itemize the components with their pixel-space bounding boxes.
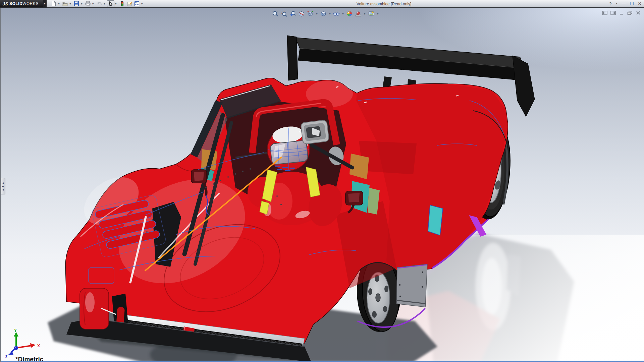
save-caret[interactable]: ▼ [80, 3, 84, 5]
print-caret[interactable]: ▼ [92, 3, 96, 5]
side-window-vent[interactable] [428, 205, 443, 235]
doc-minimize-button[interactable] [619, 10, 625, 15]
triad-x-label: X [37, 344, 40, 348]
doc-close-button[interactable] [635, 10, 641, 15]
select-cursor-caret[interactable]: ▼ [114, 3, 118, 5]
graphics-viewport[interactable]: ▼ ▼ ▼ [0, 8, 644, 362]
open-document-caret[interactable]: ▼ [69, 3, 73, 5]
viewport-3d-scene[interactable] [1, 8, 644, 362]
zoom-to-area-icon [281, 10, 287, 17]
main-toolbar: ▼ ▼ ▼ [50, 0, 145, 7]
open-document-button[interactable] [61, 0, 69, 7]
help-caret[interactable]: ▾ [616, 2, 618, 5]
save-icon [73, 1, 79, 7]
triad-z-label: Z [5, 355, 7, 359]
view-settings-button[interactable] [367, 10, 376, 18]
zoom-to-area-button[interactable] [280, 10, 288, 18]
zoom-to-fit-icon [272, 10, 279, 17]
restore-button[interactable]: ❐ [630, 1, 634, 6]
window-bottom-edge [1, 361, 644, 362]
apply-scene-button[interactable] [354, 10, 363, 18]
zoom-to-fit-button[interactable] [271, 10, 280, 18]
hide-show-items-icon [333, 10, 340, 17]
display-style-button[interactable] [319, 10, 328, 18]
front-corner-duct[interactable] [80, 288, 109, 329]
solidworks-logo: 3S SOLIDWORKS [0, 0, 43, 7]
new-document-button[interactable] [50, 0, 57, 7]
new-document-icon [51, 1, 57, 7]
minimize-button[interactable]: — [622, 1, 626, 6]
pane-left-icon [602, 11, 607, 15]
orientation-triad: Y X Z [5, 328, 42, 360]
edit-appearance-icon [346, 10, 353, 17]
annotation-note-icon [126, 1, 132, 7]
edit-appearance-button[interactable] [345, 10, 354, 18]
section-view-icon [298, 10, 305, 17]
pane-right-icon [610, 11, 616, 15]
close-button[interactable]: ✕ [638, 1, 641, 6]
options-button[interactable] [133, 0, 141, 7]
previous-view-button[interactable] [288, 10, 297, 18]
title-bar: 3S SOLIDWORKS ▶ ▼ ▼ [0, 0, 644, 8]
print-button[interactable] [84, 0, 92, 7]
open-document-icon [62, 1, 68, 7]
view-settings-icon [368, 10, 375, 17]
solidworks-window: 3S SOLIDWORKS ▶ ▼ ▼ [0, 0, 644, 362]
triad-y-label: Y [14, 328, 17, 333]
display-style-icon [320, 10, 327, 17]
view-orientation-caret[interactable]: ▼ [315, 13, 319, 15]
save-button[interactable] [73, 0, 80, 7]
hide-show-items-button[interactable] [332, 10, 341, 18]
restore-icon [627, 11, 633, 15]
previous-view-icon [289, 10, 296, 17]
collapse-arrow-icon: ◀ [2, 182, 4, 184]
display-states-button[interactable] [118, 0, 126, 7]
display-states-traffic-light-icon [119, 1, 125, 7]
logo-glyph: 3S [2, 1, 8, 6]
section-view-button[interactable] [297, 10, 306, 18]
annotation-note-button[interactable] [126, 0, 133, 7]
undo-icon [96, 1, 102, 7]
document-title: Voiture assomblee [Read-only] [357, 2, 411, 6]
feature-tree-collapsed-tab[interactable]: ◀ ◀ ◀ [1, 178, 5, 194]
view-orientation-cube-icon [307, 10, 314, 17]
options-checklist-icon [134, 1, 140, 7]
collapse-arrow-icon: ◀ [2, 185, 4, 187]
help-button[interactable]: ? [609, 1, 612, 6]
rocker-panel[interactable] [396, 264, 427, 307]
menu-flyout-arrow[interactable]: ▶ [43, 0, 47, 7]
window-controls: ? ▾ — ❐ ✕ [609, 0, 641, 7]
hide-show-items-caret[interactable]: ▼ [341, 13, 345, 15]
undo-button[interactable] [96, 0, 103, 7]
apply-scene-caret[interactable]: ▼ [363, 13, 367, 15]
pane-left-button[interactable] [602, 10, 608, 15]
document-window-controls [602, 10, 641, 15]
intake-scoop[interactable] [301, 120, 329, 144]
select-cursor-icon [108, 1, 114, 7]
doc-restore-button[interactable] [627, 10, 633, 15]
collapse-arrow-icon: ◀ [2, 188, 4, 191]
display-style-caret[interactable]: ▼ [328, 13, 332, 15]
pane-right-button[interactable] [610, 10, 616, 15]
headsup-view-toolbar: ▼ ▼ ▼ [271, 10, 380, 18]
apply-scene-icon [355, 10, 362, 17]
print-icon [85, 1, 91, 7]
options-caret[interactable]: ▼ [141, 3, 145, 5]
select-cursor-button[interactable] [107, 0, 114, 7]
view-orientation-button[interactable] [306, 10, 315, 18]
minimize-icon [619, 11, 624, 15]
view-settings-caret[interactable]: ▼ [376, 13, 380, 15]
undo-caret[interactable]: ▼ [103, 3, 107, 5]
close-icon [636, 11, 641, 15]
new-document-caret[interactable]: ▼ [57, 3, 61, 5]
